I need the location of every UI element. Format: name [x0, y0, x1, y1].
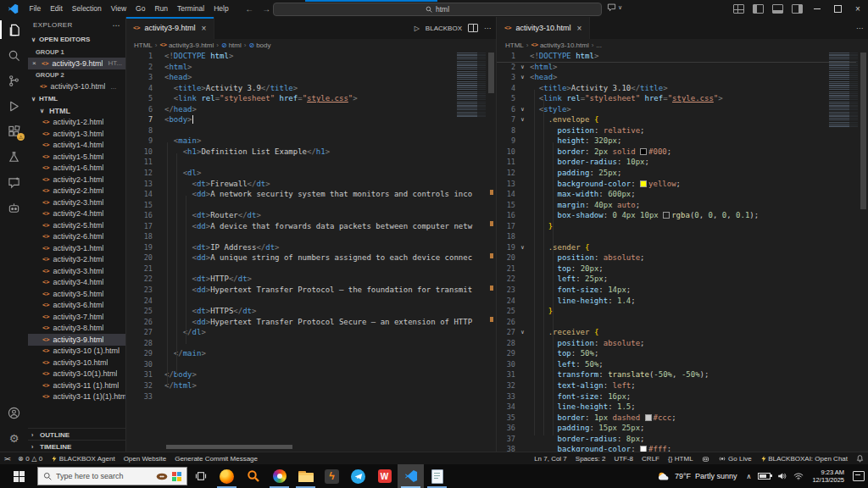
code-editor-activity3-9[interactable]: 1<!DOCTYPE html>2<html>3<head>4 <title>A…	[125, 51, 496, 452]
file-activity1-6.html[interactable]: <>activity1-6.html	[28, 163, 125, 175]
workspace-root-html[interactable]: ∨ HTML	[28, 92, 125, 105]
minimap[interactable]	[829, 53, 858, 127]
code-line-6[interactable]: 6</head>	[125, 104, 496, 115]
menu-help[interactable]: Help	[209, 0, 233, 17]
fold-icon[interactable]: ∨	[515, 72, 530, 83]
menu-go[interactable]: Go	[131, 0, 150, 17]
tab-close-icon[interactable]: ×	[201, 24, 206, 33]
tab-close-icon[interactable]: ×	[576, 24, 581, 33]
search-icon[interactable]	[0, 42, 28, 68]
code-line-9[interactable]: 9 <main>	[125, 136, 496, 147]
task-view-button[interactable]	[187, 464, 214, 488]
code-line-14[interactable]: 14 <dd>A network security system that mo…	[125, 189, 496, 200]
fold-icon[interactable]: ∨	[515, 327, 530, 338]
code-line-19[interactable]: 19 <dt>IP Address</dt>	[125, 242, 496, 253]
file-activity2-2.html[interactable]: <>activity2-2.html	[28, 186, 125, 197]
menu-terminal[interactable]: Terminal	[173, 0, 209, 17]
settings-gear-icon[interactable]: ⚙	[0, 425, 28, 451]
file-explorer-icon[interactable]	[292, 464, 319, 488]
breadcrumb-item[interactable]: <>activity3-10.html	[531, 42, 588, 49]
file-activity2-4.html[interactable]: <>activity2-4.html	[28, 208, 125, 220]
code-line-2[interactable]: 2<html>	[125, 62, 496, 73]
file-activity3-4.html[interactable]: <>activity3-4.html	[28, 277, 125, 289]
explorer-more-actions-icon[interactable]: ⋯	[113, 21, 120, 30]
vscode-taskbar-icon[interactable]	[398, 464, 424, 488]
fold-icon[interactable]: ∨	[515, 62, 530, 73]
file-activity3-9.html[interactable]: <>activity3-9.html	[28, 334, 125, 346]
file-activity3-7.html[interactable]: <>activity3-7.html	[28, 311, 125, 323]
menu-file[interactable]: File	[25, 0, 46, 17]
blackbox-action-button[interactable]: BLACKBOX	[426, 25, 462, 32]
code-line-28[interactable]: 28	[125, 338, 496, 349]
notifications-bell-icon[interactable]	[852, 454, 868, 463]
problems-indicator[interactable]: ⊗0 △0	[14, 455, 47, 463]
fold-icon[interactable]: ∨	[515, 114, 530, 125]
file-activity3-3.html[interactable]: <>activity3-3.html	[28, 265, 125, 277]
blackbox-chat-button[interactable]: BLACKBOXAI: Open Chat	[756, 455, 852, 463]
encoding[interactable]: UTF-8	[609, 455, 637, 463]
code-line-16[interactable]: 16 <dt>Router</dt>	[125, 210, 496, 221]
maximize-button[interactable]	[827, 0, 848, 17]
code-line-5[interactable]: 5 <link rel="stylesheet" href="style.css…	[497, 93, 868, 104]
code-line-24[interactable]: 24	[125, 296, 496, 307]
vertical-scrollbar[interactable]	[488, 53, 494, 93]
firefox-icon[interactable]	[214, 464, 240, 488]
code-line-18[interactable]: 18	[125, 231, 496, 242]
paint-3d-icon[interactable]	[266, 464, 292, 488]
nav-back-icon[interactable]: ←	[245, 4, 253, 14]
file-activity1-2.html[interactable]: <>activity1-2.html	[28, 117, 125, 129]
notifications-icon[interactable]	[849, 471, 868, 481]
open-editors-section[interactable]: ∨ OPEN EDITORS	[28, 33, 125, 46]
open-editor-activity3-10[interactable]: <> activity3-10.html ...	[28, 81, 125, 93]
blackbox-lab-icon[interactable]	[0, 144, 28, 169]
source-control-icon[interactable]	[0, 68, 28, 93]
tab-activity3-9[interactable]: <> activity3-9.html ×	[125, 17, 214, 39]
battery-icon[interactable]	[754, 473, 774, 480]
code-line-1[interactable]: 1<!DOCTYPE html>	[125, 51, 496, 62]
code-line-20[interactable]: 20 <dd>A unique string of numbers assign…	[125, 252, 496, 263]
blackbox-ai-icon[interactable]	[0, 195, 28, 220]
close-button[interactable]: ×	[848, 0, 868, 17]
customize-layout-icon[interactable]	[733, 4, 744, 14]
folder-html[interactable]: ∨ HTML	[28, 105, 125, 117]
code-line-7[interactable]: 7∨ .envelope {	[497, 114, 868, 125]
telegram-icon[interactable]	[345, 464, 371, 488]
toggle-panel-icon[interactable]	[772, 4, 783, 14]
generate-commit-button[interactable]: Generate Commit Message	[170, 455, 262, 463]
outline-section[interactable]: › OUTLINE	[28, 428, 125, 441]
code-line-13[interactable]: 13 <dt>Firewall</dt>	[125, 179, 496, 190]
menu-selection[interactable]: Selection	[67, 0, 106, 17]
code-line-12[interactable]: 12 <dl>	[125, 168, 496, 179]
vertical-scrollbar[interactable]	[860, 53, 866, 209]
extensions-icon[interactable]: ⚠	[0, 119, 28, 144]
file-activity3-6.html[interactable]: <>activity3-6.html	[28, 300, 125, 312]
file-activity3-8.html[interactable]: <>activity3-8.html	[28, 323, 125, 335]
close-icon[interactable]: ×	[32, 59, 38, 67]
blackbox-agent-button[interactable]: BLACKBOX Agent	[47, 455, 119, 463]
remote-indicator[interactable]: ><	[0, 455, 14, 463]
file-activity3-10(1).html[interactable]: <>activity3-10(1).html	[28, 369, 125, 380]
wps-office-icon[interactable]: W	[371, 464, 398, 488]
nav-forward-icon[interactable]: →	[262, 4, 270, 14]
taskbar-search-input[interactable]: Type here to search	[37, 467, 187, 485]
file-activity1-4.html[interactable]: <>activity1-4.html	[28, 140, 125, 152]
everything-search-icon[interactable]	[240, 464, 266, 488]
file-activity3-11 (1)(1).html[interactable]: <>activity3-11 (1)(1).html	[28, 391, 125, 403]
code-line-17[interactable]: 17 <dd>A device that forwards data packe…	[125, 221, 496, 232]
code-line-23[interactable]: 23 <dd>Hypertext Transfer Protocol — the…	[125, 285, 496, 296]
eol-sequence[interactable]: CRLF	[637, 455, 664, 463]
notepad-icon[interactable]	[424, 464, 450, 488]
account-icon[interactable]	[0, 400, 28, 425]
fold-icon[interactable]: ∨	[515, 242, 530, 253]
menu-run[interactable]: Run	[150, 0, 173, 17]
code-line-3[interactable]: 3<head>	[125, 72, 496, 83]
go-live-button[interactable]: Go Live	[714, 455, 756, 463]
horizontal-scrollbar[interactable]	[166, 445, 292, 449]
code-line-6[interactable]: 6∨ <style>	[497, 104, 868, 115]
file-activity1-5.html[interactable]: <>activity1-5.html	[28, 151, 125, 163]
breadcrumb-item[interactable]: <>activity3-9.html	[159, 42, 214, 49]
minimize-button[interactable]	[807, 0, 827, 17]
timeline-section[interactable]: › TIMELINE	[28, 440, 125, 452]
breadcrumb-item[interactable]: ⊘body	[248, 42, 270, 49]
menu-edit[interactable]: Edit	[46, 0, 68, 17]
